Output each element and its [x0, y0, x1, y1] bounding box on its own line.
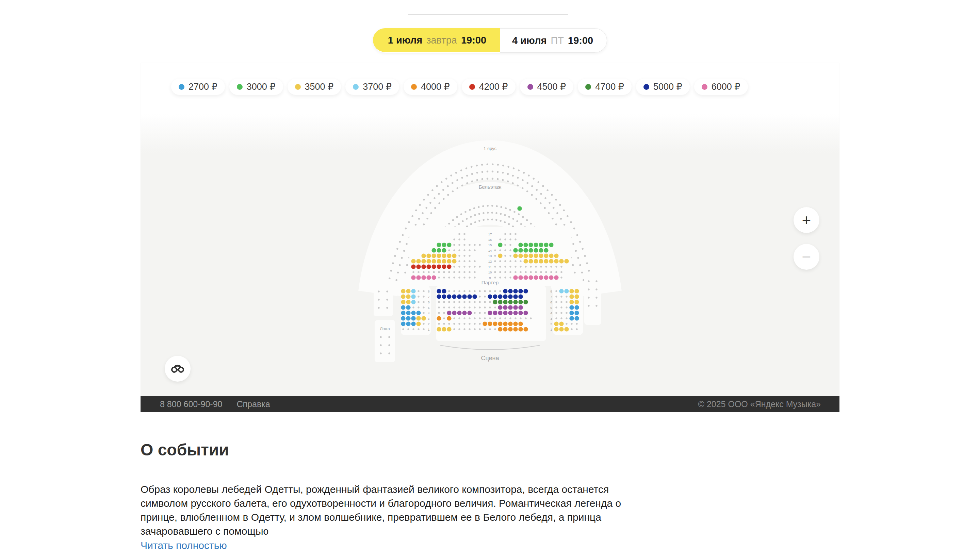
seat-available[interactable]	[549, 253, 553, 258]
seat-available[interactable]	[569, 300, 574, 304]
seat-available[interactable]	[437, 289, 441, 293]
seat-available[interactable]	[431, 264, 436, 269]
seat-available[interactable]	[498, 321, 502, 326]
seat-available[interactable]	[457, 311, 461, 315]
seat-available[interactable]	[533, 243, 538, 247]
seat-available[interactable]	[523, 289, 528, 293]
seat-available[interactable]	[544, 243, 548, 247]
seat-available[interactable]	[416, 275, 421, 279]
seat-available[interactable]	[533, 253, 538, 258]
seat-available[interactable]	[554, 327, 558, 331]
seat-available[interactable]	[447, 253, 451, 258]
seat-available[interactable]	[518, 300, 523, 304]
seat-available[interactable]	[564, 327, 569, 331]
seat-available[interactable]	[559, 259, 563, 263]
seat-available[interactable]	[513, 253, 517, 258]
seat-available[interactable]	[401, 294, 405, 299]
seat-available[interactable]	[533, 259, 538, 263]
seat-available[interactable]	[437, 253, 441, 258]
seat-available[interactable]	[462, 294, 466, 299]
seat-available[interactable]	[544, 259, 548, 263]
seat-available[interactable]	[437, 316, 441, 321]
seat-available[interactable]	[539, 275, 543, 279]
seat-available[interactable]	[421, 275, 426, 279]
seat-available[interactable]	[508, 311, 512, 315]
seat-available[interactable]	[437, 264, 441, 269]
seat-available[interactable]	[513, 275, 517, 279]
seat-available[interactable]	[437, 294, 441, 299]
seat-available[interactable]	[518, 311, 523, 315]
seat-available[interactable]	[539, 243, 543, 247]
seat-available[interactable]	[569, 316, 574, 321]
seat-available[interactable]	[421, 259, 426, 263]
seat-available[interactable]	[421, 316, 426, 321]
seat-available[interactable]	[447, 243, 451, 247]
seat-available[interactable]	[503, 289, 508, 293]
seat-available[interactable]	[518, 289, 523, 293]
seat-available[interactable]	[523, 253, 528, 258]
seat-available[interactable]	[498, 243, 502, 247]
seat-available[interactable]	[411, 289, 415, 293]
seat-available[interactable]	[523, 248, 528, 252]
binoculars-button[interactable]	[165, 356, 191, 382]
seat-available[interactable]	[574, 300, 579, 304]
seat-available[interactable]	[411, 316, 415, 321]
seat-available[interactable]	[569, 305, 574, 310]
seat-available[interactable]	[442, 327, 446, 331]
seat-available[interactable]	[437, 243, 441, 247]
seat-available[interactable]	[447, 264, 451, 269]
seat-available[interactable]	[513, 311, 517, 315]
seat-available[interactable]	[539, 248, 543, 252]
seat-available[interactable]	[452, 259, 456, 263]
seat-available[interactable]	[528, 275, 533, 279]
seat-available[interactable]	[431, 248, 436, 252]
seat-available[interactable]	[574, 316, 579, 321]
seat-available[interactable]	[411, 264, 415, 269]
seat-available[interactable]	[528, 248, 533, 252]
seat-available[interactable]	[544, 248, 548, 252]
seat-available[interactable]	[544, 253, 548, 258]
read-more-link[interactable]: Читать полностью	[140, 538, 227, 551]
seat-available[interactable]	[544, 275, 548, 279]
seat-available[interactable]	[442, 294, 446, 299]
seat-available[interactable]	[411, 294, 415, 299]
seat-available[interactable]	[452, 253, 456, 258]
seat-available[interactable]	[447, 316, 451, 321]
tab-date-1[interactable]: 1 июля завтра 19:00	[373, 28, 500, 52]
seat-available[interactable]	[426, 259, 431, 263]
seat-available[interactable]	[554, 275, 558, 279]
seat-available[interactable]	[416, 259, 421, 263]
seat-available[interactable]	[498, 300, 502, 304]
seat-available[interactable]	[503, 305, 508, 310]
seat-available[interactable]	[508, 294, 512, 299]
seat-available[interactable]	[518, 327, 523, 331]
seat-available[interactable]	[523, 311, 528, 315]
seat-available[interactable]	[569, 294, 574, 299]
seat-available[interactable]	[482, 321, 487, 326]
seat-available[interactable]	[416, 311, 421, 315]
seat-available[interactable]	[518, 321, 523, 326]
seat-available[interactable]	[554, 259, 558, 263]
seat-available[interactable]	[513, 321, 517, 326]
seat-available[interactable]	[411, 275, 415, 279]
seat-available[interactable]	[401, 321, 405, 326]
seat-available[interactable]	[518, 294, 523, 299]
zoom-out-button[interactable]: −	[794, 244, 819, 270]
seat-available[interactable]	[498, 327, 502, 331]
seating-map[interactable]: 1716151413121110988776655443322111 ярусБ…	[140, 63, 840, 396]
seat-available[interactable]	[447, 311, 451, 315]
seat-available[interactable]	[503, 321, 508, 326]
seat-available[interactable]	[549, 259, 553, 263]
seat-available[interactable]	[559, 327, 563, 331]
seat-available[interactable]	[462, 311, 466, 315]
seat-available[interactable]	[401, 311, 405, 315]
seat-available[interactable]	[442, 243, 446, 247]
seat-available[interactable]	[411, 300, 415, 304]
seat-available[interactable]	[401, 316, 405, 321]
seat-available[interactable]	[472, 294, 477, 299]
seat-available[interactable]	[559, 321, 563, 326]
seat-available[interactable]	[406, 294, 410, 299]
seat-available[interactable]	[523, 259, 528, 263]
seat-available[interactable]	[569, 289, 574, 293]
seat-available[interactable]	[488, 321, 492, 326]
